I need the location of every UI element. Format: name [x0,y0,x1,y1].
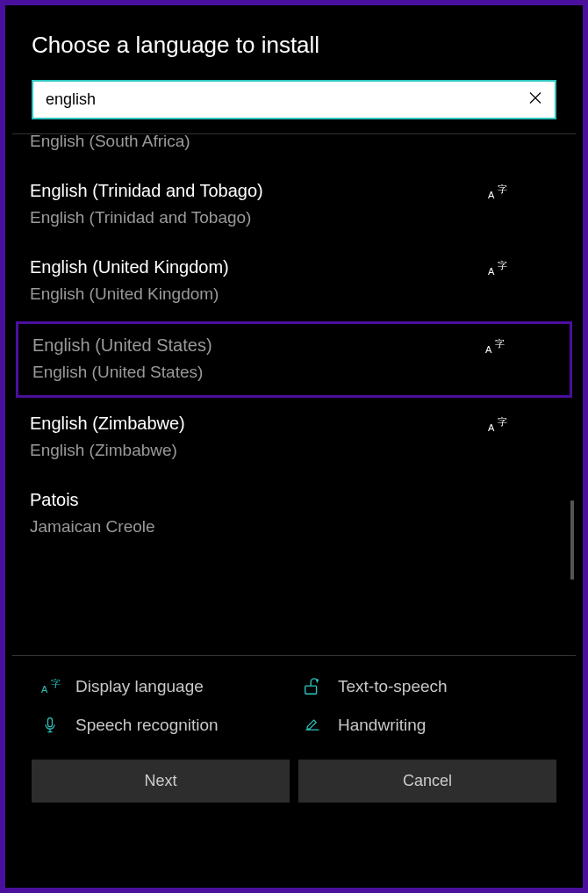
feature-text-to-speech: Text-to-speech [303,677,548,696]
language-secondary-label: Jamaican Creole [30,517,558,537]
next-button[interactable]: Next [32,760,290,803]
feature-display-language: Display language [40,677,285,696]
display-language-icon [485,339,503,357]
clear-search-icon[interactable] [528,90,542,109]
display-language-icon [40,677,60,696]
dialog-button-row: Next Cancel [5,753,583,820]
language-primary-label: Patois [30,490,558,510]
language-secondary-label: English (Zimbabwe) [30,441,488,460]
feature-label: Text-to-speech [338,677,448,696]
language-text: Patois Jamaican Creole [30,490,558,537]
language-secondary-label: English (Trinidad and Tobago) [30,208,488,227]
language-item-us[interactable]: English (United States) English (United … [16,321,572,398]
language-primary-label: English (Zimbabwe) [30,414,488,434]
language-primary-label: English (United Kingdom) [30,257,488,277]
handwriting-icon [303,716,322,735]
display-language-icon [488,184,506,203]
dialog-header: Choose a language to install [5,5,583,133]
language-text: English (Trinidad and Tobago) English (T… [30,181,488,227]
feature-label: Speech recognition [75,716,219,735]
feature-legend: Display language Text-to-speech Speech r… [5,656,583,753]
scrollbar-thumb[interactable] [570,501,574,580]
feature-label: Handwriting [338,716,426,735]
cancel-button[interactable]: Cancel [298,760,556,803]
dialog-title: Choose a language to install [32,32,556,59]
feature-label: Display language [75,677,204,696]
svg-rect-2 [48,718,53,727]
display-language-icon [488,261,506,279]
language-text: English (South Africa) English (South Af… [30,133,488,151]
language-text: English (United States) English (United … [32,335,485,382]
language-text: English (United Kingdom) English (United… [30,257,488,304]
feature-handwriting: Handwriting [303,716,548,735]
language-secondary-label: English (United States) [32,363,485,382]
language-primary-label: English (Trinidad and Tobago) [30,181,488,201]
search-input[interactable] [33,82,555,118]
language-item-zimbabwe[interactable]: English (Zimbabwe) English (Zimbabwe) [12,400,576,476]
language-item-patois[interactable]: Patois Jamaican Creole [12,476,576,552]
search-field-wrapper [32,80,556,119]
language-list[interactable]: English (South Africa) English (South Af… [12,133,576,656]
svg-point-1 [316,679,319,681]
language-secondary-label: English (United Kingdom) [30,284,488,304]
display-language-icon [488,417,506,436]
language-secondary-label: English (South Africa) [30,133,488,151]
language-item-trinidad[interactable]: English (Trinidad and Tobago) English (T… [12,167,576,243]
language-text: English (Zimbabwe) English (Zimbabwe) [30,414,488,460]
microphone-icon [40,716,60,735]
language-item-south-africa[interactable]: English (South Africa) English (South Af… [12,133,576,167]
language-primary-label: English (United States) [32,335,485,356]
svg-rect-0 [305,686,317,694]
feature-speech-recognition: Speech recognition [40,716,285,735]
language-item-uk[interactable]: English (United Kingdom) English (United… [12,243,576,320]
text-to-speech-icon [303,677,322,696]
